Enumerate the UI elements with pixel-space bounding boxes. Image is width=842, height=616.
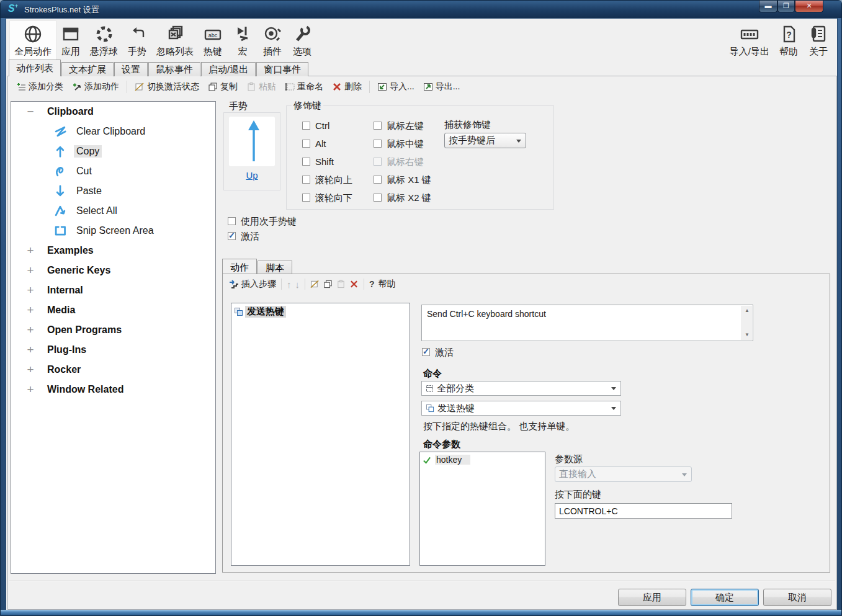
param-item-hotkey[interactable]: hotkey: [420, 452, 545, 467]
tree-category-clipboard[interactable]: − Clipboard: [11, 102, 215, 122]
secondary-gesture-checkbox[interactable]: [228, 217, 236, 225]
cancel-button[interactable]: 取消: [763, 589, 831, 606]
insert-step-button[interactable]: 插入步骤: [229, 279, 276, 290]
toolbar-item-ignore-list[interactable]: 忽略列表: [152, 21, 198, 60]
toolbar-item-hotkeys[interactable]: abc 热键: [198, 21, 228, 60]
delete-step-icon[interactable]: [349, 280, 359, 288]
gesture-name-link[interactable]: Up: [246, 170, 258, 181]
minimize-button[interactable]: ▬: [759, 1, 777, 12]
tab-mouse-events[interactable]: 鼠标事件: [148, 62, 200, 76]
tree-category-label: Examples: [47, 245, 94, 256]
toolbar-item-help[interactable]: ? 帮助: [774, 21, 804, 60]
tab-startup-exit[interactable]: 启动/退出: [201, 62, 256, 76]
step-item-send-hotkey[interactable]: 发送热键: [231, 303, 410, 320]
tab-action-list[interactable]: 动作列表: [9, 60, 61, 76]
paste-button[interactable]: 粘贴: [243, 79, 279, 94]
command-dropdown[interactable]: 发送热键: [421, 401, 621, 416]
tree-item-clear-clipboard[interactable]: Clear Clipboard: [11, 122, 215, 141]
copy-step-icon[interactable]: [323, 280, 333, 288]
move-up-button[interactable]: ↑: [287, 279, 292, 290]
expand-icon[interactable]: +: [25, 384, 36, 395]
export-button[interactable]: 导出...: [420, 79, 464, 94]
maximize-button[interactable]: ❐: [777, 1, 795, 12]
secondary-gesture-label: 使用次手势键: [241, 216, 297, 228]
tree-category-rocker[interactable]: + Rocker: [11, 360, 215, 380]
close-button[interactable]: ✕: [795, 1, 823, 12]
export-icon: [423, 83, 433, 91]
add-action-button[interactable]: 添加动作: [69, 79, 122, 94]
params-list[interactable]: hotkey: [419, 452, 545, 566]
description-scrollbar[interactable]: ▲ ▼: [741, 306, 752, 340]
ctrl-checkbox[interactable]: [302, 122, 310, 130]
tree-item-cut[interactable]: Cut: [11, 161, 215, 181]
expand-icon[interactable]: +: [25, 265, 36, 276]
toolbar-item-plugins[interactable]: 插件: [258, 21, 287, 60]
toolbar-item-apps[interactable]: 应用: [56, 21, 86, 60]
expand-icon[interactable]: +: [25, 324, 36, 336]
step-help-button[interactable]: 帮助: [378, 279, 396, 290]
apply-button[interactable]: 应用: [618, 589, 686, 606]
expand-icon[interactable]: +: [25, 344, 36, 355]
toolbar-item-options[interactable]: 选项: [287, 21, 317, 60]
delete-button[interactable]: 删除: [329, 79, 365, 94]
add-category-button[interactable]: 添加分类: [13, 79, 66, 94]
param-source-dropdown[interactable]: 直接输入: [555, 466, 692, 482]
steps-list[interactable]: 发送热键: [231, 303, 410, 566]
delete-label: 删除: [344, 81, 362, 92]
tab-settings[interactable]: 设置: [114, 62, 148, 76]
tree-category-window-related[interactable]: + Window Related: [11, 380, 215, 400]
scroll-down-icon[interactable]: ▼: [742, 330, 752, 340]
tree-category-plug-ins[interactable]: + Plug-Ins: [11, 340, 215, 360]
tree-category-media[interactable]: + Media: [11, 300, 215, 320]
tab-actions[interactable]: 动作: [222, 259, 257, 274]
toolbar-item-macros[interactable]: 宏: [228, 21, 258, 60]
tree-item-snip-screen-area[interactable]: Snip Screen Area: [11, 221, 215, 241]
shift-checkbox[interactable]: [302, 158, 310, 166]
tree-item-paste[interactable]: Paste: [11, 181, 215, 201]
capture-modifiers-dropdown[interactable]: 按手势键后: [444, 133, 526, 148]
toolbar-item-about[interactable]: 关于: [804, 21, 833, 60]
tree-item-copy[interactable]: Copy: [11, 141, 215, 161]
command-category-dropdown[interactable]: 全部分类: [421, 381, 621, 396]
expand-icon[interactable]: +: [25, 364, 36, 375]
move-down-button[interactable]: ↓: [295, 279, 300, 290]
step-description-box[interactable]: Send Ctrl+C keyboard shortcut ▲ ▼: [421, 305, 753, 341]
wheel-up-checkbox-label: 滚轮向上: [315, 174, 352, 186]
step-active-checkbox[interactable]: [422, 348, 430, 356]
tab-text-expansion[interactable]: 文本扩展: [61, 62, 114, 76]
toolbar-item-global-actions[interactable]: 全局动作: [10, 21, 56, 60]
tab-script[interactable]: 脚本: [258, 261, 292, 274]
tree-category-open-programs[interactable]: + Open Programs: [11, 320, 215, 340]
ok-button[interactable]: 确定: [691, 589, 759, 606]
tree-category-internal[interactable]: + Internal: [11, 280, 215, 300]
import-button[interactable]: 导入...: [374, 79, 418, 94]
tree-item-select-all[interactable]: Select All: [11, 201, 215, 221]
wheel-up-checkbox[interactable]: [302, 176, 310, 184]
alt-checkbox[interactable]: [302, 140, 310, 148]
toolbar-item-label: 帮助: [779, 46, 798, 58]
wheel-down-checkbox[interactable]: [302, 194, 310, 202]
key-input[interactable]: [555, 503, 732, 519]
scroll-up-icon[interactable]: ▲: [742, 306, 752, 316]
paste-step-icon[interactable]: [336, 280, 346, 288]
toolbar-item-gestures[interactable]: 手势: [122, 21, 152, 60]
copy-button[interactable]: 复制: [205, 79, 241, 94]
mouse-x1-checkbox[interactable]: [374, 176, 382, 184]
mouse-x2-checkbox[interactable]: [374, 194, 382, 202]
collapse-icon[interactable]: −: [25, 106, 36, 117]
expand-icon[interactable]: +: [25, 305, 36, 316]
expand-icon[interactable]: +: [25, 245, 36, 256]
toggle-step-active-icon[interactable]: [310, 280, 320, 288]
gesture-active-checkbox[interactable]: [228, 232, 236, 240]
tree-category-examples[interactable]: + Examples: [11, 241, 215, 261]
rename-button[interactable]: 重命名: [282, 79, 326, 94]
toolbar-item-import-export[interactable]: 导入/导出: [725, 21, 774, 60]
mouse-left-checkbox[interactable]: [374, 122, 382, 130]
tab-window-events[interactable]: 窗口事件: [256, 62, 308, 76]
mouse-middle-checkbox[interactable]: [374, 140, 382, 148]
toggle-active-button[interactable]: 切换激活状态: [132, 79, 202, 94]
toolbar-item-float-ball[interactable]: 悬浮球: [86, 21, 122, 60]
expand-icon[interactable]: +: [25, 285, 36, 296]
mouse-right-checkbox[interactable]: [374, 158, 382, 166]
tree-category-generic-keys[interactable]: + Generic Keys: [11, 261, 215, 280]
